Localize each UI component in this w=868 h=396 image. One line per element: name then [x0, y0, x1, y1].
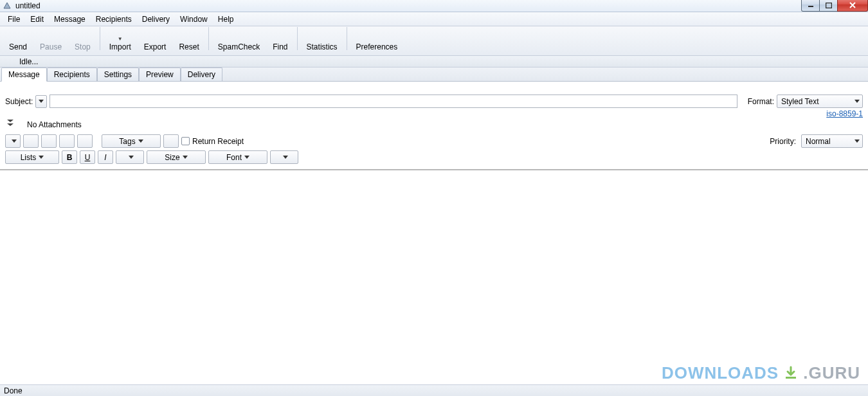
tags-dropdown[interactable]: Tags: [102, 134, 161, 148]
tab-message[interactable]: Message: [1, 68, 47, 82]
svg-marker-3: [39, 100, 44, 103]
menu-bar: File Edit Message Recipients Delivery Wi…: [0, 12, 868, 26]
bottom-status-bar: Done: [0, 384, 868, 396]
bold-button[interactable]: B: [62, 150, 77, 164]
extra-dropdown[interactable]: [270, 150, 298, 164]
priority-select[interactable]: Normal: [801, 134, 863, 148]
svg-rect-15: [786, 377, 796, 379]
import-button[interactable]: ▼Import: [103, 30, 138, 51]
font-dropdown[interactable]: Font: [208, 150, 267, 164]
subject-input[interactable]: [50, 94, 737, 108]
chevron-down-icon: [854, 140, 860, 143]
subject-row: Subject: Format: Styled Text: [5, 94, 863, 108]
statistics-button[interactable]: Statistics: [300, 30, 344, 51]
toolbar-separator: [100, 27, 100, 50]
menu-help[interactable]: Help: [213, 13, 239, 26]
style-button-5[interactable]: [77, 134, 93, 148]
return-receipt-checkbox[interactable]: [181, 137, 190, 145]
attachments-row: No Attachments: [5, 120, 863, 129]
chevron-down-icon: ▼: [118, 37, 123, 41]
size-dropdown[interactable]: Size: [147, 150, 206, 164]
tab-preview[interactable]: Preview: [139, 68, 181, 81]
chevron-down-icon: [12, 140, 17, 143]
tags-label: Tags: [119, 137, 135, 146]
chevron-down-icon: [244, 156, 249, 159]
priority-label: Priority:: [770, 137, 796, 146]
tab-settings[interactable]: Settings: [97, 68, 139, 81]
style-button-3[interactable]: [41, 134, 57, 148]
toolbar-separator: [208, 27, 209, 50]
export-button[interactable]: Export: [138, 30, 173, 51]
spamcheck-button[interactable]: SpamCheck: [212, 30, 266, 51]
window-title: untitled: [15, 1, 41, 10]
chevron-down-icon: [854, 100, 860, 104]
style-button-4[interactable]: [59, 134, 75, 148]
chevron-down-icon: [183, 156, 188, 159]
svg-marker-11: [129, 156, 134, 159]
watermark-left: DOWNLOADS: [662, 363, 779, 383]
menu-window[interactable]: Window: [175, 13, 213, 26]
window-controls: [802, 0, 868, 12]
chevron-down-icon: [129, 156, 134, 159]
reset-button[interactable]: Reset: [172, 30, 205, 51]
svg-marker-14: [283, 156, 288, 159]
menu-edit[interactable]: Edit: [25, 13, 49, 26]
minimize-button[interactable]: [801, 0, 820, 12]
subject-history-dropdown[interactable]: [35, 95, 47, 108]
no-attachments-label: No Attachments: [27, 120, 82, 129]
download-icon: [782, 365, 799, 382]
svg-marker-7: [12, 140, 17, 143]
watermark: DOWNLOADS .GURU: [662, 363, 860, 383]
svg-marker-9: [854, 140, 860, 143]
bottom-status-text: Done: [4, 386, 23, 395]
return-receipt-label: Return Receipt: [192, 137, 244, 146]
format-select[interactable]: Styled Text: [777, 94, 863, 108]
style-button-2[interactable]: [23, 134, 39, 148]
toolbar: Send Pause Stop ▼Import Export Reset Spa…: [0, 26, 868, 56]
color-dropdown[interactable]: [116, 150, 144, 164]
format-label: Format:: [748, 97, 774, 106]
encoding-link[interactable]: iso-8859-1: [826, 109, 863, 118]
message-editor[interactable]: [0, 170, 868, 370]
font-label: Font: [226, 153, 242, 162]
underline-button[interactable]: U: [80, 150, 95, 164]
stop-button[interactable]: Stop: [68, 30, 97, 51]
format-block: Format: Styled Text: [748, 94, 863, 108]
find-button[interactable]: Find: [266, 30, 294, 51]
lists-dropdown[interactable]: Lists: [5, 150, 59, 164]
format-value: Styled Text: [781, 97, 818, 106]
message-form: Subject: Format: Styled Text iso-8859-1 …: [0, 82, 868, 170]
chevron-down-icon: [283, 156, 288, 159]
pause-button[interactable]: Pause: [33, 30, 68, 51]
svg-marker-0: [4, 3, 10, 8]
chevron-down-icon: [39, 100, 44, 104]
tab-row: Message Recipients Settings Preview Deli…: [0, 68, 868, 82]
menu-message[interactable]: Message: [49, 13, 91, 26]
svg-rect-2: [826, 3, 831, 8]
svg-marker-13: [244, 156, 249, 159]
tab-recipients[interactable]: Recipients: [47, 68, 97, 81]
priority-value: Normal: [806, 137, 831, 146]
style-dropdown-1[interactable]: [5, 134, 21, 148]
menu-recipients[interactable]: Recipients: [91, 13, 137, 26]
svg-marker-5: [7, 120, 14, 122]
format-toolbar-1: Tags Return Receipt Priority: Normal: [5, 134, 863, 148]
preferences-button[interactable]: Preferences: [350, 30, 404, 51]
maximize-button[interactable]: [819, 0, 838, 12]
encoding-row: iso-8859-1: [5, 109, 863, 118]
toolbar-separator: [297, 27, 298, 50]
toolbar-separator: [347, 27, 347, 50]
italic-button[interactable]: I: [98, 150, 113, 164]
watermark-right: .GURU: [803, 363, 860, 383]
expand-attachments-icon[interactable]: [5, 120, 15, 129]
size-label: Size: [165, 153, 179, 162]
tab-delivery[interactable]: Delivery: [181, 68, 222, 81]
status-text: Idle...: [19, 57, 38, 66]
menu-delivery[interactable]: Delivery: [137, 13, 175, 26]
send-button[interactable]: Send: [3, 30, 33, 51]
title-bar: untitled: [0, 0, 868, 12]
tags-extra-button[interactable]: [163, 134, 179, 148]
menu-file[interactable]: File: [3, 13, 25, 26]
chevron-down-icon: [138, 140, 143, 143]
close-button[interactable]: [837, 0, 868, 12]
